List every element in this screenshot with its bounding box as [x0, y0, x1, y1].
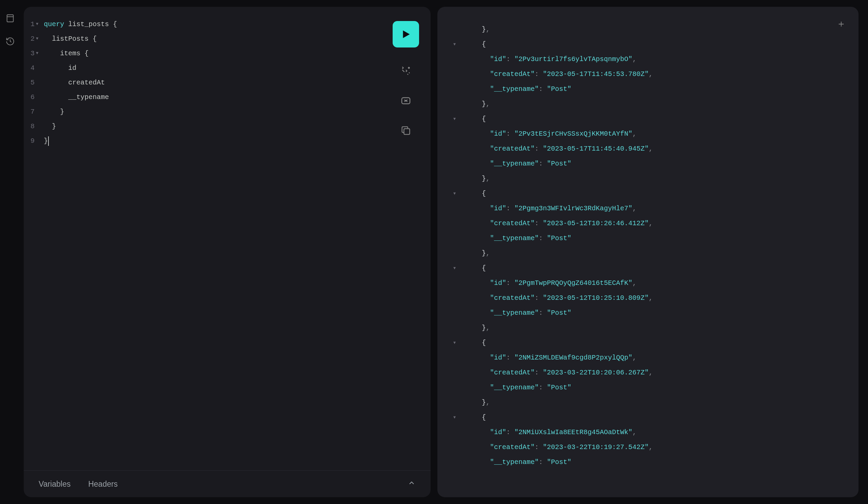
json-line: },: [449, 171, 848, 186]
json-line: },: [449, 320, 848, 336]
docs-icon[interactable]: [6, 13, 15, 23]
json-line: "id": "2Pgmg3n3WFIvlrWc3RdKagyHle7",: [449, 201, 848, 216]
fold-arrow-icon[interactable]: ▼: [36, 32, 38, 46]
fold-arrow-icon[interactable]: ▼: [453, 37, 456, 52]
fold-arrow-icon[interactable]: ▼: [453, 336, 456, 350]
tab-headers[interactable]: Headers: [88, 480, 118, 489]
json-line: "createdAt": "2023-05-12T10:26:46.412Z",: [449, 216, 848, 231]
json-line: "__typename": "Post": [449, 306, 848, 320]
json-line: "__typename": "Post": [449, 156, 848, 171]
json-line: ▼ {: [449, 261, 848, 276]
line-number: 1▼: [31, 17, 38, 32]
svg-rect-5: [404, 128, 410, 134]
main-area: 1▼2▼3▼4▼5▼6▼7▼8▼9▼ query list_posts { li…: [20, 0, 868, 504]
code-line[interactable]: }: [44, 104, 424, 119]
editor-bottom-bar: Variables Headers: [24, 471, 431, 497]
code-area[interactable]: query list_posts { listPosts { items { i…: [41, 17, 424, 464]
fold-arrow-icon[interactable]: ▼: [453, 186, 456, 201]
svg-point-3: [409, 68, 410, 69]
app-root: 1▼2▼3▼4▼5▼6▼7▼8▼9▼ query list_posts { li…: [0, 0, 868, 504]
line-number: 3▼: [31, 46, 38, 61]
json-line: "createdAt": "2023-03-22T10:19:27.542Z",: [449, 440, 848, 455]
code-line[interactable]: id: [44, 61, 424, 75]
line-number: 4▼: [31, 61, 38, 75]
prettify-icon[interactable]: [400, 64, 412, 77]
fold-arrow-icon[interactable]: ▼: [453, 261, 456, 276]
json-line: },: [449, 22, 848, 37]
json-line: "id": "2NMiUXslwIa8EEtR8g45AOaDtWk",: [449, 425, 848, 440]
history-icon[interactable]: [6, 37, 15, 46]
json-line: },: [449, 395, 848, 410]
line-number: 6▼: [31, 90, 38, 104]
editor-toolbar: [393, 21, 419, 137]
response-panel: },▼ { "id": "2Pv3urtirl7fs6ylvTApsqnmybO…: [437, 7, 858, 497]
code-line[interactable]: items {: [44, 46, 424, 61]
json-line: ▼ {: [449, 186, 848, 201]
bottom-tabs: Variables Headers: [39, 480, 118, 489]
json-line: "__typename": "Post": [449, 455, 848, 470]
json-line: "id": "2PgmTwpPRQOyQgZ64016t5ECAfK",: [449, 276, 848, 291]
run-button[interactable]: [393, 21, 419, 48]
svg-rect-0: [7, 15, 13, 22]
json-line: "createdAt": "2023-05-12T10:25:10.809Z",: [449, 291, 848, 306]
json-line: "createdAt": "2023-05-17T11:45:40.945Z",: [449, 142, 848, 156]
json-line: ▼ {: [449, 410, 848, 425]
json-line: "createdAt": "2023-03-22T10:20:06.267Z",: [449, 365, 848, 380]
json-line: "id": "2NMiZSMLDEWaf9cgd8P2pxylQQp",: [449, 350, 848, 365]
svg-rect-4: [402, 98, 410, 104]
tab-variables[interactable]: Variables: [39, 480, 71, 489]
json-line: "__typename": "Post": [449, 231, 848, 246]
left-rail: [0, 0, 20, 504]
json-line: ▼ {: [449, 37, 848, 52]
chevron-up-icon[interactable]: [407, 479, 416, 489]
json-response[interactable]: },▼ { "id": "2Pv3urtirl7fs6ylvTApsqnmybO…: [444, 22, 848, 470]
fold-arrow-icon[interactable]: ▼: [453, 410, 456, 425]
json-line: "id": "2Pv3urtirl7fs6ylvTApsqnmybO",: [449, 52, 848, 67]
copy-icon[interactable]: [400, 124, 412, 137]
editor-body[interactable]: 1▼2▼3▼4▼5▼6▼7▼8▼9▼ query list_posts { li…: [24, 7, 431, 471]
text-cursor: [48, 136, 49, 146]
json-line: "createdAt": "2023-05-17T11:45:53.780Z",: [449, 67, 848, 82]
code-line[interactable]: listPosts {: [44, 32, 424, 46]
svg-marker-2: [403, 31, 410, 38]
json-line: "__typename": "Post": [449, 380, 848, 395]
fold-arrow-icon[interactable]: ▼: [36, 17, 38, 32]
line-number: 9▼: [31, 134, 38, 148]
fold-arrow-icon[interactable]: ▼: [453, 112, 456, 126]
json-line: ▼ {: [449, 336, 848, 350]
code-line[interactable]: createdAt: [44, 75, 424, 90]
line-number: 2▼: [31, 32, 38, 46]
line-gutter: 1▼2▼3▼4▼5▼6▼7▼8▼9▼: [31, 17, 41, 464]
code-line[interactable]: }: [44, 134, 424, 148]
json-line: "__typename": "Post": [449, 82, 848, 97]
json-line: },: [449, 97, 848, 112]
code-line[interactable]: __typename: [44, 90, 424, 104]
line-number: 8▼: [31, 119, 38, 134]
code-line[interactable]: }: [44, 119, 424, 134]
json-line: },: [449, 246, 848, 261]
query-editor-panel: 1▼2▼3▼4▼5▼6▼7▼8▼9▼ query list_posts { li…: [24, 7, 431, 497]
line-number: 5▼: [31, 75, 38, 90]
code-line[interactable]: query list_posts {: [44, 17, 424, 32]
fold-arrow-icon[interactable]: ▼: [36, 46, 38, 61]
merge-icon[interactable]: [400, 94, 412, 107]
json-line: ▼ {: [449, 112, 848, 126]
line-number: 7▼: [31, 104, 38, 119]
json-line: "id": "2Pv3tESjrCHvSSsxQjKKM0tAYfN",: [449, 126, 848, 142]
